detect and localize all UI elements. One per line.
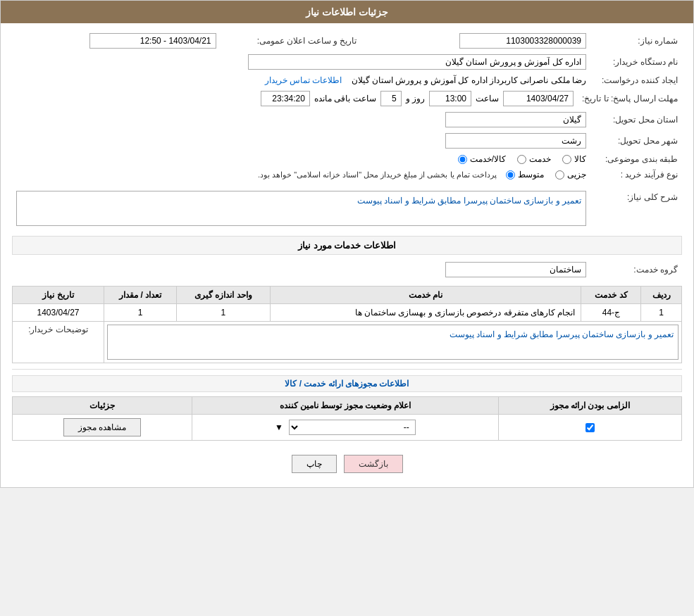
back-button[interactable]: بازگشت <box>344 455 403 473</box>
deadline-date-cell: ساعت روز و ساعت باقی مانده <box>12 88 578 109</box>
buyer-notes-label-inline: توضیحات خریدار: <box>13 322 104 363</box>
deadline-date-input <box>503 91 574 106</box>
cell-code: ج-44 <box>581 304 641 322</box>
category-service-label: خدمت <box>529 154 551 164</box>
category-table: طبقه بندی موضوعی: کالا خدمت کالا/خدمت <box>12 151 682 167</box>
services-data-table: ردیف کد خدمت نام خدمت واحد اندازه گیری ت… <box>12 286 682 363</box>
buyer-org-table: نام دستگاه خریدار: <box>12 51 682 73</box>
col-row: ردیف <box>641 287 682 304</box>
col-date: تاریخ نیاز <box>13 287 104 304</box>
basic-info-table: شماره نیاز: تاریخ و ساعت اعلان عمومی: <box>12 30 682 51</box>
dropdown-icon: ▼ <box>275 422 283 432</box>
purchase-type-label: نوع فرآیند خرید : <box>590 167 682 182</box>
announce-date-label: تاریخ و ساعت اعلان عمومی: <box>221 30 361 51</box>
divider <box>12 369 682 370</box>
permits-row: -- ▼ مشاهده مجوز <box>13 415 682 441</box>
need-number-value <box>383 30 591 51</box>
remaining-time-input <box>261 91 310 106</box>
permits-col-details: جزئیات <box>13 397 192 415</box>
contact-link[interactable]: اطلاعات تماس خریدار <box>265 75 342 85</box>
cell-quantity: 1 <box>104 304 177 322</box>
category-value: کالا خدمت کالا/خدمت <box>12 151 590 167</box>
col-code: کد خدمت <box>581 287 641 304</box>
province-table: استان محل تحویل: <box>12 109 682 130</box>
creator-table: ایجاد کننده درخواست: رضا ملکی ناصرانی کا… <box>12 73 682 88</box>
permits-required-cell <box>498 415 681 441</box>
buyer-org-value <box>12 51 590 73</box>
purchase-type-jozi-radio[interactable] <box>555 170 564 180</box>
permits-col-required: الزامی بودن ارائه مجوز <box>498 397 681 415</box>
cell-row: 1 <box>641 304 682 322</box>
cell-unit: 1 <box>177 304 270 322</box>
creator-value: رضا ملکی ناصرانی کاربرداز اداره کل آموزش… <box>12 73 590 88</box>
purchase-type-motavasset-radio[interactable] <box>506 170 515 180</box>
creator-label: ایجاد کننده درخواست: <box>590 73 682 88</box>
service-group-table: گروه خدمت: <box>12 259 682 280</box>
announce-date-value <box>12 30 221 51</box>
province-label: استان محل تحویل: <box>590 109 682 130</box>
general-desc-box: تعمیر و بازسازی ساختمان پیرسرا مطابق شرا… <box>16 191 586 226</box>
permits-col-status: اعلام وضعیت مجوز توسط نامین کننده <box>192 397 498 415</box>
category-kala-radio[interactable] <box>562 155 571 164</box>
day-label: روز و <box>406 94 425 103</box>
page-header: جزئیات اطلاعات نیاز <box>1 1 693 23</box>
header-title: جزئیات اطلاعات نیاز <box>306 6 388 18</box>
deadline-time-input <box>429 91 471 106</box>
city-table: شهر محل تحویل: <box>12 130 682 151</box>
category-label: طبقه بندی موضوعی: <box>590 151 682 167</box>
general-desc-table: شرح کلی نیاز: تعمیر و بازسازی ساختمان پی… <box>12 188 682 229</box>
cell-name: انجام کارهای متفرقه درخصوص بازسازی و بهس… <box>270 304 581 322</box>
permits-required-checkbox[interactable] <box>585 423 595 432</box>
creator-text: رضا ملکی ناصرانی کاربرداز اداره کل آموزش… <box>352 75 586 85</box>
category-both-label: کالا/خدمت <box>470 154 506 164</box>
deadline-days-input <box>380 91 402 106</box>
response-deadline-label: مهلت ارسال پاسخ: تا تاریخ: <box>578 88 682 109</box>
cell-date: 1403/04/27 <box>13 304 104 322</box>
view-permit-button[interactable]: مشاهده مجوز <box>63 418 141 436</box>
general-desc-text: تعمیر و بازسازی ساختمان پیرسرا مطابق شرا… <box>357 196 581 206</box>
permits-status-select[interactable]: -- <box>289 420 416 435</box>
announce-date-input <box>89 33 216 49</box>
buyer-notes-box: تعمیر و بازسازی ساختمان پیرسرا مطابق شرا… <box>107 325 678 360</box>
city-value <box>12 130 590 151</box>
service-group-input <box>445 262 586 277</box>
buyer-notes-row: تعمیر و بازسازی ساختمان پیرسرا مطابق شرا… <box>13 322 682 363</box>
province-input <box>445 112 586 127</box>
general-desc-value: تعمیر و بازسازی ساختمان پیرسرا مطابق شرا… <box>12 188 590 229</box>
need-number-label: شماره نیاز: <box>590 30 682 51</box>
city-label: شهر محل تحویل: <box>590 130 682 151</box>
buyer-org-label: نام دستگاه خریدار: <box>590 51 682 73</box>
purchase-type-jozi-label: جزیی <box>567 170 586 180</box>
remaining-label: ساعت باقی مانده <box>314 94 376 103</box>
buyer-notes-text: تعمیر و بازسازی ساختمان پیرسرا مطابق شرا… <box>450 329 674 339</box>
permits-status-cell: -- ▼ <box>192 415 498 441</box>
col-unit: واحد اندازه گیری <box>177 287 270 304</box>
purchase-type-table: نوع فرآیند خرید : جزیی متوسط پرداخت <box>12 167 682 182</box>
category-service-radio[interactable] <box>517 155 526 164</box>
col-name: نام خدمت <box>270 287 581 304</box>
purchase-type-motavasset-label: متوسط <box>518 170 544 180</box>
category-both-radio[interactable] <box>458 155 467 164</box>
general-desc-label: شرح کلی نیاز: <box>590 188 682 229</box>
table-row: 1 ج-44 انجام کارهای متفرقه درخصوص بازساز… <box>13 304 682 322</box>
purchase-type-note: پرداخت تمام یا بخشی از مبلغ خریداز محل "… <box>258 170 497 179</box>
province-value <box>12 109 590 130</box>
city-input <box>445 133 586 149</box>
purchase-type-value: جزیی متوسط پرداخت تمام یا بخشی از مبلغ خ… <box>12 167 590 182</box>
buyer-org-input <box>248 54 586 70</box>
category-kala-label: کالا <box>574 154 586 164</box>
permits-section-title[interactable]: اطلاعات مجوزهای ارائه خدمت / کالا <box>12 375 682 392</box>
service-group-value <box>12 259 590 280</box>
print-button[interactable]: چاپ <box>292 455 337 473</box>
services-section-title: اطلاعات خدمات مورد نیاز <box>12 236 682 255</box>
time-label: ساعت <box>476 94 499 103</box>
col-quantity: تعداد / مقدار <box>104 287 177 304</box>
need-number-input[interactable] <box>459 33 586 49</box>
permits-details-cell: مشاهده مجوز <box>13 415 192 441</box>
buttons-row: بازگشت چاپ <box>12 445 682 480</box>
deadline-table: مهلت ارسال پاسخ: تا تاریخ: ساعت روز و سا… <box>12 88 682 109</box>
service-group-label: گروه خدمت: <box>590 259 682 280</box>
permits-table: الزامی بودن ارائه مجوز اعلام وضعیت مجوز … <box>12 396 682 441</box>
